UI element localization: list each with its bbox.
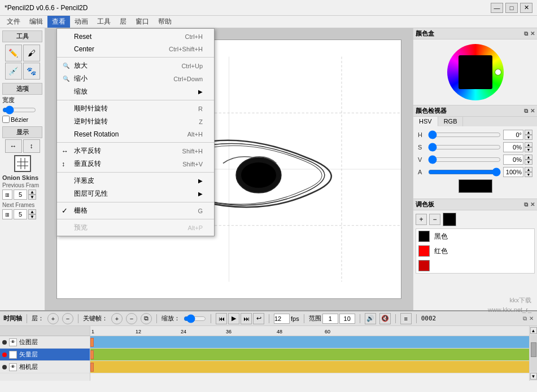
dd-zoom-out[interactable]: 🔍 缩小 Ctrl+Down xyxy=(57,72,214,85)
dd-onion[interactable]: 洋葱皮 ▶ xyxy=(57,174,214,187)
color-wheel[interactable] xyxy=(447,44,504,100)
tl-add-keyframe[interactable]: + xyxy=(111,313,123,324)
palette-add-btn[interactable]: + xyxy=(416,214,427,225)
tl-sound-on[interactable]: 🔊 xyxy=(365,313,376,324)
fill-tool[interactable]: 🐾 xyxy=(23,63,40,80)
tab-hsv[interactable]: HSV xyxy=(413,117,438,126)
palette-close[interactable]: ✕ xyxy=(530,201,535,208)
camera-track[interactable] xyxy=(90,361,529,373)
s-spin-up[interactable]: ▲ xyxy=(525,142,532,147)
menu-tools[interactable]: 工具 xyxy=(93,16,115,28)
color-wheel-indicator[interactable] xyxy=(495,69,501,75)
a-spin-up[interactable]: ▲ xyxy=(525,167,532,172)
h-spin-up[interactable]: ▲ xyxy=(525,130,532,135)
next-frames-down[interactable]: ▼ xyxy=(28,214,36,219)
palette-item-red[interactable]: 红色 xyxy=(416,244,534,258)
pencil-tool[interactable]: ✏️ xyxy=(5,45,22,61)
dd-rotate-ccw[interactable]: 逆时针旋转 Z xyxy=(57,115,214,128)
eyedropper-tool[interactable]: 💉 xyxy=(5,63,22,80)
next-frames-input[interactable] xyxy=(14,209,27,219)
bitmap-track[interactable] xyxy=(90,336,529,349)
tl-sound-off[interactable]: 🔇 xyxy=(379,313,391,324)
v-slider[interactable] xyxy=(428,156,501,163)
a-slider[interactable] xyxy=(428,169,501,175)
dd-grid[interactable]: ✓ 栅格 G xyxy=(57,204,214,217)
prev-frames-down[interactable]: ▼ xyxy=(28,195,36,200)
menu-animation[interactable]: 动画 xyxy=(70,16,93,28)
v-spin-dn[interactable]: ▼ xyxy=(525,160,532,165)
close-button[interactable]: ✕ xyxy=(520,3,532,13)
tl-range-start[interactable] xyxy=(322,314,338,324)
grid-display-btn[interactable] xyxy=(14,155,31,172)
color-sliders: H 0° ▲ ▼ S 0% ▲ ▼ xyxy=(413,126,537,199)
dd-reset-rotation[interactable]: Reset Rotation Alt+H xyxy=(57,128,214,140)
dd-flip-h[interactable]: ↔ 水平反转 Shift+H xyxy=(57,144,214,157)
tl-layer-camera[interactable]: 👁 相机层 xyxy=(0,361,90,373)
minimize-button[interactable]: — xyxy=(491,3,503,13)
tl-close[interactable]: ✕ xyxy=(529,315,534,322)
tl-add-layer[interactable]: + xyxy=(47,313,59,324)
color-wheel-container[interactable] xyxy=(447,44,504,100)
tl-copy-keyframe[interactable]: ⧉ xyxy=(141,313,152,324)
camera-vis-icon[interactable]: 👁 xyxy=(9,363,17,371)
h-spin-dn[interactable]: ▼ xyxy=(525,135,532,140)
tl-begin[interactable]: ⏮ xyxy=(216,313,227,324)
tl-layer-vector[interactable]: 👁 矢量层 xyxy=(0,349,90,361)
menu-file[interactable]: 文件 xyxy=(2,16,25,28)
palette-item-black[interactable]: 黑色 xyxy=(416,229,534,244)
dd-scale[interactable]: 缩放 ▶ xyxy=(57,85,214,98)
dd-layer-vis[interactable]: 图层可见性 ▶ xyxy=(57,187,214,200)
tl-remove-keyframe[interactable]: − xyxy=(126,313,137,324)
prev-frames-input[interactable] xyxy=(14,190,27,200)
tl-menu-btn[interactable]: ≡ xyxy=(400,313,412,324)
scroll-thumb[interactable] xyxy=(531,342,536,357)
tl-zoom-slider[interactable] xyxy=(184,315,206,322)
tl-float[interactable]: ⧉ xyxy=(523,315,527,322)
color-box-close[interactable]: ✕ xyxy=(530,30,535,37)
flip-v-btn[interactable]: ↕ xyxy=(23,139,40,153)
dd-zoom-in[interactable]: 🔍 放大 Ctrl+Up xyxy=(57,59,214,72)
palette-item-darkred[interactable] xyxy=(416,258,534,273)
tl-range-end[interactable] xyxy=(339,314,355,324)
brush-tool[interactable]: 🖌 xyxy=(23,45,40,61)
h-slider[interactable] xyxy=(428,131,501,138)
palette-remove-btn[interactable]: − xyxy=(429,214,440,225)
palette-list[interactable]: 黑色 红色 xyxy=(416,228,535,274)
scroll-down-btn[interactable]: ▼ xyxy=(530,373,537,380)
tl-fps-input[interactable] xyxy=(274,314,290,324)
dd-center[interactable]: Center Ctrl+Shift+H xyxy=(57,43,214,55)
width-slider[interactable] xyxy=(2,107,36,113)
menu-help[interactable]: 帮助 xyxy=(154,16,176,28)
color-box-float[interactable]: ⧉ xyxy=(524,30,528,37)
v-spin-up[interactable]: ▲ xyxy=(525,155,532,160)
bezier-checkbox[interactable] xyxy=(2,116,10,123)
color-inspector-close[interactable]: ✕ xyxy=(530,108,535,114)
tl-layer-bitmap[interactable]: 👁 位图层 xyxy=(0,336,90,349)
a-spin-dn[interactable]: ▼ xyxy=(525,172,532,177)
palette-float[interactable]: ⧉ xyxy=(524,201,528,208)
maximize-button[interactable]: □ xyxy=(505,3,518,13)
vector-vis-icon[interactable]: 👁 xyxy=(9,351,17,359)
color-inspector-float[interactable]: ⧉ xyxy=(524,108,528,114)
s-spin-dn[interactable]: ▼ xyxy=(525,147,532,152)
menu-view[interactable]: 查看 xyxy=(47,16,70,28)
dd-rotate-cw[interactable]: 顺时针旋转 R xyxy=(57,102,214,115)
tab-rgb[interactable]: RGB xyxy=(438,117,464,126)
tl-remove-layer[interactable]: − xyxy=(62,313,73,324)
menu-window[interactable]: 窗口 xyxy=(131,16,154,28)
flip-h-btn[interactable]: ↔ xyxy=(5,139,22,153)
prev-frames-up[interactable]: ▲ xyxy=(28,190,36,195)
vector-track[interactable] xyxy=(90,349,529,361)
scroll-track[interactable] xyxy=(530,335,537,372)
tl-play[interactable]: ▶ xyxy=(228,313,239,324)
scroll-up-btn[interactable]: ▲ xyxy=(530,327,537,334)
tl-step-fwd[interactable]: ⏭ xyxy=(241,313,252,324)
dd-reset[interactable]: Reset Ctrl+H xyxy=(57,30,214,43)
next-frames-up[interactable]: ▲ xyxy=(28,209,36,214)
menu-edit[interactable]: 编辑 xyxy=(25,16,47,28)
menu-layer[interactable]: 层 xyxy=(115,16,131,28)
bitmap-vis-icon[interactable]: 👁 xyxy=(9,338,17,346)
dd-flip-v[interactable]: ↕ 垂直反转 Shift+V xyxy=(57,157,214,170)
tl-loop[interactable]: ↩ xyxy=(253,313,264,324)
s-slider[interactable] xyxy=(428,144,501,151)
